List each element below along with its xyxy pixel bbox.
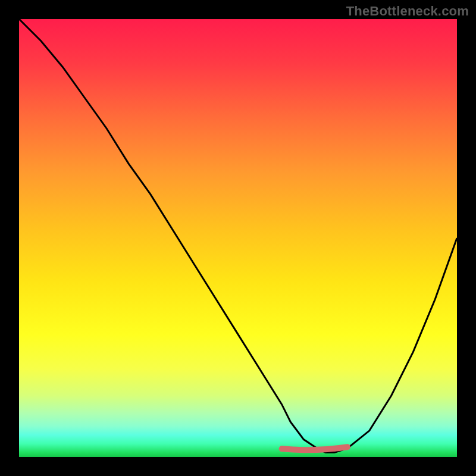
curve-layer xyxy=(19,19,457,457)
plot-area xyxy=(19,19,457,457)
chart-frame: TheBottleneck.com xyxy=(0,0,476,476)
watermark-text: TheBottleneck.com xyxy=(346,4,469,19)
optimal-band xyxy=(282,447,347,450)
bottleneck-curve xyxy=(19,19,457,453)
